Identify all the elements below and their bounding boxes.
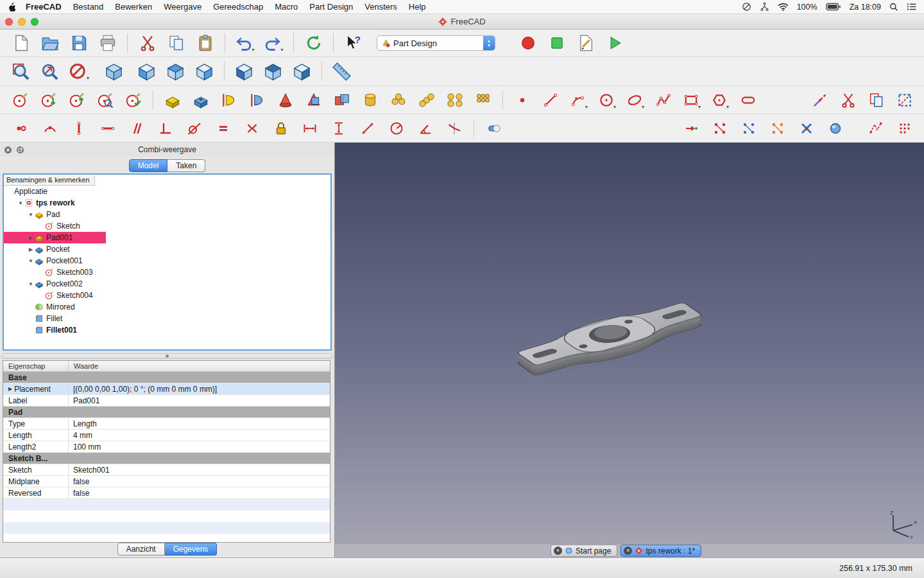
property-value[interactable]: Pad001: [69, 396, 330, 405]
tab-model[interactable]: Model: [129, 159, 168, 172]
property-value[interactable]: Length: [69, 419, 330, 428]
close-panel-button[interactable]: [4, 146, 12, 154]
menubar-clock[interactable]: Za 18:09: [850, 3, 881, 12]
property-value[interactable]: [(0,00 0,00 1,00); 0 °; (0 mm 0 mm 0 mm)…: [69, 385, 330, 394]
internal-alignment-button[interactable]: [792, 116, 821, 141]
close-window-button[interactable]: [5, 18, 13, 26]
menu-gereedschap[interactable]: Gereedschap: [207, 2, 269, 12]
create-arc-button[interactable]: ▾: [565, 88, 593, 112]
battery-icon[interactable]: [826, 3, 841, 11]
carbon-copy-button[interactable]: [862, 88, 891, 112]
branch-status-icon[interactable]: [760, 2, 769, 12]
tab-aanzicht[interactable]: Aanzicht: [117, 543, 165, 556]
external-geometry-button[interactable]: [806, 88, 834, 112]
view-sketch-button[interactable]: [91, 88, 119, 112]
tab-gegevens[interactable]: Gegevens: [165, 543, 218, 556]
create-conic-button[interactable]: ▾: [621, 88, 649, 112]
save-file-button[interactable]: [64, 31, 93, 55]
toggle-driving-constraint-button[interactable]: [479, 116, 508, 141]
3d-viewport[interactable]: X Y Z ×Start page×tps rework : 1*: [335, 143, 924, 557]
pocket-button[interactable]: [187, 88, 215, 112]
property-header-value[interactable]: Waarde: [69, 362, 330, 370]
linear-pattern-button[interactable]: [413, 88, 441, 112]
pad-button[interactable]: [158, 88, 187, 112]
float-panel-button[interactable]: [16, 146, 24, 154]
menu-vensters[interactable]: Vensters: [359, 2, 403, 12]
macro-execute-button[interactable]: [600, 31, 629, 55]
constrain-angle-button[interactable]: [411, 116, 440, 141]
stepper-icon[interactable]: ▲▼: [483, 35, 495, 51]
toggle-construction-button[interactable]: [891, 88, 919, 112]
property-value[interactable]: Sketch001: [69, 466, 330, 475]
create-circle-button[interactable]: ▾: [593, 88, 621, 112]
tree-item-pad001[interactable]: ▶Pad001: [4, 232, 106, 243]
whats-this-button[interactable]: ?: [339, 31, 368, 55]
tree-item-sketch003[interactable]: Sketch003: [4, 267, 330, 278]
create-polygon-button[interactable]: ▾: [706, 88, 734, 112]
revolution-button[interactable]: [215, 88, 243, 112]
menu-app-name[interactable]: FreeCAD: [20, 2, 67, 12]
property-group-pad[interactable]: Pad: [3, 407, 330, 418]
constrain-point-on-object-button[interactable]: [35, 116, 64, 141]
workbench-selector[interactable]: Part Design ▲▼: [377, 35, 495, 51]
polar-pattern-button[interactable]: [441, 88, 469, 112]
thickness-button[interactable]: [356, 88, 384, 112]
switch-virtual-space-button[interactable]: [821, 116, 850, 141]
constrain-radius-button[interactable]: [382, 116, 411, 141]
tree-item-pad[interactable]: ▼Pad: [4, 209, 330, 220]
tree-item-fillet001[interactable]: Fillet001: [4, 324, 330, 336]
create-slot-button[interactable]: [734, 88, 762, 112]
copy-button[interactable]: [162, 31, 191, 55]
create-point-button[interactable]: [508, 88, 536, 112]
create-polyline-button[interactable]: [649, 88, 678, 112]
create-clone-button[interactable]: [861, 116, 890, 141]
create-rectangle-button[interactable]: ▾: [678, 88, 706, 112]
view-front-button[interactable]: [132, 59, 161, 83]
expander-icon[interactable]: ▶: [27, 235, 35, 241]
macro-edit-button[interactable]: [571, 31, 600, 55]
expander-icon[interactable]: ▶: [8, 386, 12, 392]
constrain-horizontal-button[interactable]: [93, 116, 122, 141]
fit-selection-button[interactable]: [35, 59, 64, 83]
constrain-symmetric-button[interactable]: [237, 116, 266, 141]
trim-edge-button[interactable]: [834, 88, 862, 112]
constrain-coincident-button[interactable]: [6, 116, 35, 141]
boolean-operation-button[interactable]: [328, 88, 356, 112]
tree-item-pocket001[interactable]: ▼Pocket001: [4, 255, 330, 267]
document-tab-tps-rework-1[interactable]: ×tps rework : 1*: [620, 545, 701, 557]
menu-part-design[interactable]: Part Design: [304, 2, 359, 12]
print-button[interactable]: [93, 31, 122, 55]
constrain-block-button[interactable]: [266, 116, 295, 141]
tree-item-mirrored[interactable]: Mirrored: [4, 301, 330, 313]
do-not-disturb-icon[interactable]: [742, 2, 751, 12]
select-associated-constraints-button[interactable]: [676, 116, 705, 141]
tree-item-pocket002[interactable]: ▼Pocket002: [4, 278, 330, 290]
constrain-parallel-button[interactable]: [122, 116, 151, 141]
constrain-distance-button[interactable]: [353, 116, 382, 141]
measure-distance-button[interactable]: [327, 59, 356, 83]
spotlight-search-icon[interactable]: [889, 3, 898, 12]
constrain-horizontal-distance-button[interactable]: [295, 116, 324, 141]
property-group-base[interactable]: Base: [3, 372, 330, 383]
create-sketch-button[interactable]: [6, 88, 35, 112]
map-sketch-button[interactable]: [35, 88, 63, 112]
create-line-button[interactable]: [536, 88, 565, 112]
property-value[interactable]: false: [69, 489, 330, 498]
menu-macro[interactable]: Macro: [269, 2, 304, 12]
tree-item-sketch[interactable]: Sketch: [4, 220, 330, 232]
tree-scrollbar-splitter[interactable]: [1, 353, 333, 359]
open-file-button[interactable]: [35, 31, 64, 55]
menu-weergave[interactable]: Weergave: [158, 2, 207, 12]
constrain-vertical-distance-button[interactable]: [324, 116, 353, 141]
validate-sketch-button[interactable]: [119, 88, 148, 112]
undo-button[interactable]: ▾: [230, 31, 259, 55]
draw-style-button[interactable]: ▾: [64, 59, 93, 83]
refresh-button[interactable]: [299, 31, 328, 55]
wifi-icon[interactable]: [778, 3, 789, 11]
minimize-window-button[interactable]: [18, 18, 26, 26]
tree-item-applicatie[interactable]: Applicatie: [4, 186, 330, 197]
model-tree-container[interactable]: Benamingen & kenmerken Applicatie▼tps re…: [3, 173, 332, 351]
constrain-tangent-button[interactable]: [180, 116, 209, 141]
view-top-button[interactable]: [161, 59, 190, 83]
tree-item-fillet[interactable]: Fillet: [4, 313, 330, 324]
